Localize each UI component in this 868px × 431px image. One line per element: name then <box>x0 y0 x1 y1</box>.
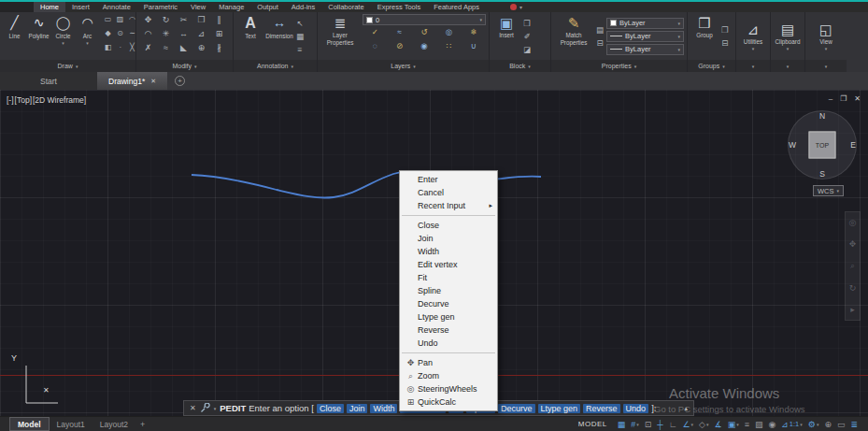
properties-list-icon[interactable]: ▤ <box>596 25 604 35</box>
viewport-minimize-control[interactable]: [-] <box>7 95 14 105</box>
define-attributes-icon[interactable]: ◪ <box>523 45 531 54</box>
stretch-tool-icon[interactable]: ↔ <box>179 29 188 43</box>
break-tool-icon[interactable]: ∦ <box>217 43 221 57</box>
panel-label-groups[interactable]: Groups ▾ <box>688 60 735 72</box>
donut-tool-icon[interactable]: ⊙ <box>117 29 123 43</box>
menu-item-undo[interactable]: Undo <box>400 337 497 350</box>
showmotion-icon[interactable]: ▸ <box>850 305 855 314</box>
object-snap-tracking-icon[interactable]: ∡ <box>712 420 725 429</box>
ungroup-icon[interactable]: ❐ <box>721 25 729 35</box>
mirror-tool-icon[interactable]: ∥ <box>217 15 221 29</box>
close-icon[interactable]: ✕ <box>190 404 196 412</box>
array-tool-icon[interactable]: ⊞ <box>216 29 223 43</box>
viewport-view-control[interactable]: [Top] <box>15 95 32 105</box>
panel-label-properties[interactable]: Properties ▾ <box>551 60 687 72</box>
model-space-button[interactable]: MODEL <box>578 420 607 428</box>
lineweight-select[interactable]: ByLayer ▾ <box>606 31 684 42</box>
model-tab[interactable]: Model <box>9 417 50 431</box>
match-layer-icon[interactable]: ≈ <box>397 27 402 41</box>
line-tool[interactable]: ╱ Line <box>3 14 26 58</box>
polar-tracking-icon[interactable]: ∠ ▾ <box>680 420 697 429</box>
ribbon-tab[interactable]: Annotate <box>96 2 137 12</box>
chevron-down-icon[interactable]: ▾ <box>214 406 217 411</box>
layout1-tab[interactable]: Layout1 <box>50 417 92 431</box>
navigation-wheel-icon[interactable]: ◎ <box>849 218 857 227</box>
offset-tool-icon[interactable]: ≈ <box>164 43 168 57</box>
trim-tool-icon[interactable]: ✂ <box>180 15 188 29</box>
ribbon-tab[interactable]: Home <box>34 2 65 12</box>
close-icon[interactable]: ✕ <box>150 78 156 85</box>
layer-isolate-icon[interactable]: ◎ <box>446 27 452 41</box>
join-tool-icon[interactable]: ⊕ <box>198 43 206 57</box>
move-tool-icon[interactable]: ✥ <box>145 15 152 29</box>
ucs-icon[interactable]: Y ✕ <box>4 356 64 410</box>
ribbon-tab[interactable]: Manage <box>212 2 250 12</box>
viewcube-west[interactable]: W <box>789 140 796 150</box>
rectangle-tool-icon[interactable]: ▭ <box>105 15 112 29</box>
wcs-selector[interactable]: WCS ▾ <box>813 185 844 196</box>
viewcube[interactable]: N W E S TOP <box>788 110 857 180</box>
ribbon-tab[interactable]: Insert <box>65 2 96 12</box>
layer-make-current-icon[interactable]: ✓ <box>372 27 378 41</box>
menu-item-width[interactable]: Width <box>400 245 497 258</box>
utilities-button[interactable]: ⊿ Utilities ▾ <box>744 21 762 52</box>
layer-lock-icon[interactable]: ⊘ <box>396 41 403 55</box>
arc-tool[interactable]: ◠ Arc ▾ <box>76 14 99 58</box>
snap-mode-icon[interactable]: # ▾ <box>628 420 642 429</box>
polygon-tool-icon[interactable]: ◆ <box>105 29 110 43</box>
ribbon-tab[interactable]: Collaborate <box>321 2 370 12</box>
construction-line-tool-icon[interactable]: ╳ <box>130 43 135 57</box>
menu-item-quickcalc[interactable]: ⊞ QuickCalc <box>400 395 497 409</box>
command-history-toggle[interactable]: ▴ <box>684 405 688 412</box>
annotation-monitor-icon[interactable]: ⊕ <box>821 420 834 429</box>
command-option[interactable]: Close <box>317 404 344 413</box>
ortho-mode-icon[interactable]: ∟ <box>666 420 680 429</box>
panel-label-clipboard[interactable]: ▾ <box>771 60 804 72</box>
close-icon[interactable]: ✕ <box>854 94 861 103</box>
clipboard-button[interactable]: ▤ Clipboard ▾ <box>776 21 801 52</box>
menu-item-join[interactable]: Join <box>400 232 497 245</box>
hatch-tool-icon[interactable]: ▨ <box>117 15 124 29</box>
circle-tool[interactable]: ◯ Circle ▾ <box>51 14 75 58</box>
restore-icon[interactable]: ❐ <box>840 94 847 103</box>
layer-off-icon[interactable]: ◌ <box>373 41 377 55</box>
block-editor-icon[interactable]: ✐ <box>523 32 530 41</box>
ribbon-tab[interactable]: Featured Apps <box>427 2 486 12</box>
new-drawing-tab-button[interactable]: + <box>175 76 185 86</box>
customize-wrench-icon[interactable] <box>200 403 210 413</box>
layer-unisolate-icon[interactable]: ◉ <box>420 41 427 55</box>
pan-tool-icon[interactable]: ✥ <box>849 239 857 249</box>
color-picker-icon[interactable]: ⊟ <box>596 38 603 48</box>
menu-item-reverse[interactable]: Reverse <box>400 323 497 337</box>
layout2-tab[interactable]: Layout2 <box>92 417 135 431</box>
view-button[interactable]: ◱ View ▾ <box>819 21 832 52</box>
panel-label-annotation[interactable]: Annotation ▾ <box>234 60 317 72</box>
command-option[interactable]: Undo <box>623 404 649 413</box>
layer-freeze-icon[interactable]: ❄ <box>470 27 477 41</box>
linetype-select[interactable]: ByLayer ▾ <box>606 44 684 55</box>
panel-label-block[interactable]: Block ▾ <box>490 60 550 72</box>
ribbon-tab[interactable]: Express Tools <box>371 2 428 12</box>
new-layout-button[interactable]: + <box>140 420 145 429</box>
menu-item-spline[interactable]: Spline <box>400 284 497 297</box>
group-button[interactable]: ❒ Group <box>690 14 719 58</box>
viewcube-south[interactable]: S <box>819 169 825 179</box>
command-option[interactable]: Reverse <box>583 404 620 413</box>
file-tab-drawing1[interactable]: Drawing1* ✕ <box>97 72 167 90</box>
menu-item-cancel[interactable]: Cancel <box>400 186 497 199</box>
ribbon-tab[interactable]: Parametric <box>137 2 184 12</box>
table-tool-icon[interactable]: ▦ <box>296 32 304 41</box>
markup-tool-icon[interactable]: ≡ <box>298 45 303 54</box>
explode-tool-icon[interactable]: ✳ <box>163 29 170 43</box>
menu-item-recent-input[interactable]: Recent Input ▸ <box>400 199 497 212</box>
point-tool-icon[interactable]: ∙ <box>119 43 121 57</box>
workspace-switching-icon[interactable]: ⚙ ▾ <box>805 420 822 429</box>
ribbon-tab[interactable]: Add-ins <box>285 2 321 12</box>
layer-properties-button[interactable]: ≣ Layer Properties <box>320 14 360 58</box>
command-option[interactable]: Width <box>370 404 397 413</box>
polyline-tool[interactable]: ∿ Polyline <box>27 14 50 58</box>
minimize-icon[interactable]: – <box>829 94 832 103</box>
create-block-icon[interactable]: ❒ <box>523 19 531 28</box>
customization-icon[interactable]: ≣ <box>847 420 861 429</box>
file-tab-start[interactable]: Start <box>0 72 97 90</box>
